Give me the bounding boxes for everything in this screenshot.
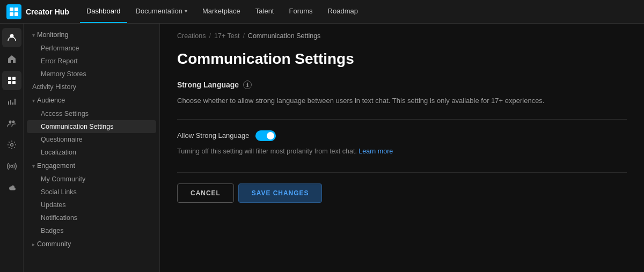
svg-point-10: [12, 121, 14, 123]
sidebar-item-localization[interactable]: Localization: [24, 146, 159, 159]
toggle-thumb: [267, 132, 274, 139]
sidebar-icon-chart[interactable]: [2, 92, 21, 112]
breadcrumb-sep-2: /: [243, 32, 244, 40]
breadcrumb-17plus-test[interactable]: 17+ Test: [214, 32, 239, 40]
sidebar-section-audience[interactable]: ▾ Audience: [24, 93, 159, 107]
cancel-button[interactable]: CANCEL: [177, 183, 234, 203]
sidebar-item-communication-settings[interactable]: Communication Settings: [27, 120, 156, 133]
hint-text: Turning off this setting will filter mos…: [177, 148, 627, 155]
main-layout: ▾ Monitoring Performance Error Report Me…: [0, 24, 644, 272]
sidebar-item-activity-history[interactable]: Activity History: [24, 80, 159, 93]
sidebar-item-updates[interactable]: Updates: [24, 199, 159, 211]
breadcrumb-sep-1: /: [209, 32, 211, 40]
sidebar-navigation: ▾ Monitoring Performance Error Report Me…: [24, 24, 160, 272]
section-description: Choose whether to allow strong language …: [177, 95, 627, 106]
sidebar-section-community[interactable]: ▸ Community: [24, 237, 159, 251]
sidebar-section-engagement[interactable]: ▾ Engagement: [24, 159, 159, 173]
svg-rect-5: [8, 77, 11, 80]
chevron-down-icon: ▾: [185, 8, 187, 14]
sidebar-icon-home[interactable]: [2, 49, 21, 69]
chevron-audience: ▾: [32, 98, 35, 104]
toggle-row: Allow Strong Language: [177, 130, 627, 141]
svg-point-11: [10, 144, 13, 146]
breadcrumb-current: Communication Settings: [248, 32, 320, 40]
svg-rect-2: [10, 12, 13, 16]
sidebar-icon-community[interactable]: [2, 114, 21, 133]
sidebar-icon-settings[interactable]: [2, 135, 21, 155]
sidebar-icon-grid[interactable]: [2, 71, 21, 90]
svg-point-9: [9, 121, 11, 123]
nav-link-talent[interactable]: Talent: [249, 0, 281, 23]
sidebar-icon-broadcast[interactable]: [2, 157, 21, 176]
sidebar-icon-rail: [0, 24, 24, 272]
sidebar-item-badges[interactable]: Badges: [24, 224, 159, 237]
svg-rect-6: [12, 77, 16, 80]
logo[interactable]: Creator Hub: [6, 4, 69, 19]
breadcrumb: Creations / 17+ Test / Communication Set…: [160, 24, 644, 44]
sidebar-section-monitoring[interactable]: ▾ Monitoring: [24, 28, 159, 42]
learn-more-link[interactable]: Learn more: [358, 148, 393, 155]
svg-rect-1: [14, 8, 18, 11]
sidebar-item-access-settings[interactable]: Access Settings: [24, 107, 159, 120]
nav-links: Dashboard Documentation ▾ Marketplace Ta…: [80, 0, 364, 23]
sidebar-item-social-links[interactable]: Social Links: [24, 186, 159, 199]
svg-rect-8: [12, 81, 16, 84]
top-navigation: Creator Hub Dashboard Documentation ▾ Ma…: [0, 0, 644, 24]
sidebar-item-error-report[interactable]: Error Report: [24, 55, 159, 68]
svg-rect-7: [8, 81, 11, 84]
nav-link-roadmap[interactable]: Roadmap: [321, 0, 364, 23]
allow-strong-language-toggle[interactable]: [255, 130, 276, 141]
sidebar-item-performance[interactable]: Performance: [24, 42, 159, 55]
logo-icon: [6, 4, 21, 19]
info-icon[interactable]: ℹ: [243, 80, 252, 89]
sidebar-icon-cloud[interactable]: [2, 178, 21, 197]
sidebar-item-notifications[interactable]: Notifications: [24, 211, 159, 224]
save-changes-button[interactable]: SAVE CHANGES: [238, 183, 323, 203]
content-inner: Strong Language ℹ Choose whether to allo…: [160, 80, 644, 220]
chevron-monitoring: ▾: [32, 32, 35, 38]
nav-link-forums[interactable]: Forums: [282, 0, 319, 23]
nav-link-marketplace[interactable]: Marketplace: [196, 0, 247, 23]
breadcrumb-creations[interactable]: Creations: [177, 32, 206, 40]
page-title: Communication Settings: [160, 44, 644, 80]
sidebar-item-my-community[interactable]: My Community: [24, 173, 159, 186]
chevron-community: ▸: [32, 241, 35, 247]
sidebar-item-questionnaire[interactable]: Questionnaire: [24, 133, 159, 146]
logo-text: Creator Hub: [26, 8, 69, 16]
toggle-track: [255, 130, 276, 141]
nav-link-documentation[interactable]: Documentation ▾: [129, 0, 194, 23]
chevron-engagement: ▾: [32, 163, 35, 169]
section-title: Strong Language ℹ: [177, 80, 627, 89]
button-row: CANCEL SAVE CHANGES: [177, 183, 627, 203]
sidebar-icon-user[interactable]: [2, 28, 21, 47]
nav-link-dashboard[interactable]: Dashboard: [80, 0, 127, 23]
toggle-label: Allow Strong Language: [177, 131, 249, 139]
content-area: Creations / 17+ Test / Communication Set…: [160, 24, 644, 272]
divider: [177, 119, 627, 120]
svg-rect-0: [10, 8, 13, 11]
svg-point-12: [11, 165, 13, 167]
full-divider: [177, 172, 627, 173]
svg-rect-3: [14, 12, 18, 16]
sidebar-item-memory-stores[interactable]: Memory Stores: [24, 68, 159, 80]
